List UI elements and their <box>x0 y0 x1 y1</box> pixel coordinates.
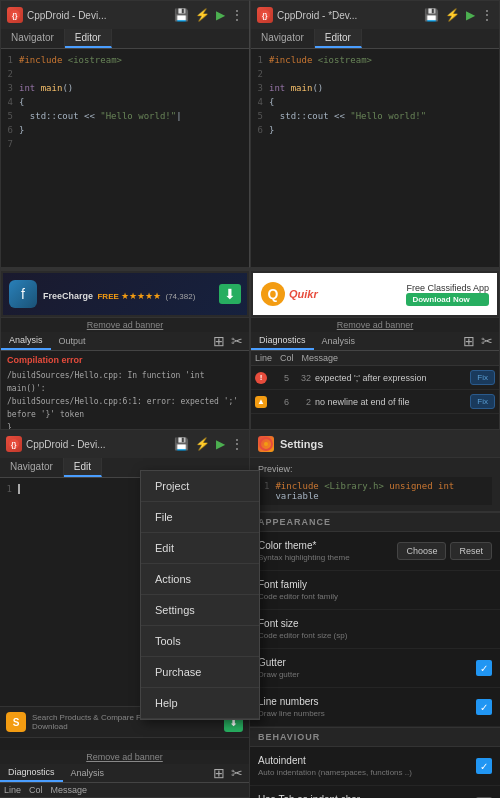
fix-btn-2[interactable]: Fix <box>470 394 495 409</box>
lightning-icon-left[interactable]: ⚡ <box>195 8 210 22</box>
choose-btn[interactable]: Choose <box>397 542 446 560</box>
diag-row-1: ! 5 32 expected ';' after expression Fix <box>251 366 499 390</box>
setting-gutter-name: Gutter <box>258 657 476 668</box>
menu-item-file[interactable]: File <box>141 502 259 533</box>
error-icon-1: ! <box>255 372 267 384</box>
tab-output-left[interactable]: Output <box>51 333 94 349</box>
col-col: Col <box>280 353 294 363</box>
save-icon-left[interactable]: 💾 <box>174 8 189 22</box>
reset-btn[interactable]: Reset <box>450 542 492 560</box>
more-icon-bottom[interactable]: ⋮ <box>231 437 243 451</box>
freechrg-ad: f FreeCharge FREE ★★★★★ (74,382) ⬇ <box>3 273 247 315</box>
freechrg-icon: f <box>9 280 37 308</box>
setting-line-numbers-desc: Draw line numbers <box>258 709 476 718</box>
tab-navigator-left[interactable]: Navigator <box>1 29 65 48</box>
code-content-left[interactable]: #include <iostream> int main() { std::co… <box>19 53 245 263</box>
setting-gutter: Gutter Draw gutter ✓ <box>250 649 500 688</box>
autoindent-checkbox[interactable]: ✓ <box>476 758 492 774</box>
bottom-tab-icons: ⊞ ✂ <box>213 765 249 781</box>
lightning-icon-bottom[interactable]: ⚡ <box>195 437 210 451</box>
top-right-toolbar: 💾 ⚡ ▶ ⋮ <box>424 8 493 22</box>
lightning-icon-right[interactable]: ⚡ <box>445 8 460 22</box>
setting-use-tab: Use Tab as indent char Check to use [Tab… <box>250 786 500 798</box>
bottom-left-titlebar: {} CppDroid - Devi... 💾 ⚡ ▶ ⋮ <box>0 430 249 458</box>
bottom-left-panel: {} CppDroid - Devi... 💾 ⚡ ▶ ⋮ Navigator … <box>0 430 250 798</box>
line-numbers-right: 123456 <box>255 53 269 263</box>
bottom-left-title: CppDroid - Devi... <box>26 439 170 450</box>
svg-text:{}: {} <box>11 441 17 449</box>
clip-icon-bottom[interactable]: ✂ <box>231 765 243 781</box>
setting-font-family: Font family Code editor font family <box>250 571 500 610</box>
menu-item-purchase[interactable]: Purchase <box>141 657 259 688</box>
tab-analysis-bottom[interactable]: Analysis <box>63 765 113 781</box>
clip-icon-right[interactable]: ✂ <box>481 333 493 349</box>
svg-point-7 <box>264 442 268 446</box>
tab-analysis-right[interactable]: Analysis <box>314 333 364 349</box>
tab-diagnostics-right[interactable]: Diagnostics <box>251 332 314 350</box>
tab-diagnostics-bottom[interactable]: Diagnostics <box>0 764 63 782</box>
diag-row-2: ▲ 6 2 no newline at end of file Fix <box>251 390 499 414</box>
tab-editor-right[interactable]: Editor <box>315 29 362 48</box>
setting-line-numbers-name: Line numbers <box>258 696 476 707</box>
remove-ad-right[interactable]: Remove ad banner <box>251 318 499 332</box>
fix-btn-1[interactable]: Fix <box>470 370 495 385</box>
menu-item-settings[interactable]: Settings <box>141 595 259 626</box>
setting-use-tab-left: Use Tab as indent char Check to use [Tab… <box>258 794 476 798</box>
settings-app-icon <box>258 436 274 452</box>
top-editors: {} CppDroid - Devi... 💾 ⚡ ▶ ⋮ Navigator … <box>0 0 500 270</box>
diag-msg-2: no newline at end of file <box>315 397 466 407</box>
diag-line-2: 6 <box>271 397 289 407</box>
remove-ad-bottom[interactable]: Remove ad banner <box>0 750 249 764</box>
preview-section: Preview: 1 #include <Library.h> unsigned… <box>250 458 500 512</box>
ad-strip-icon: S <box>6 712 26 732</box>
freechrg-download-icon[interactable]: ⬇ <box>219 284 241 304</box>
remove-ad-left[interactable]: Remove ad banner <box>1 318 249 332</box>
more-icon-right[interactable]: ⋮ <box>481 8 493 22</box>
setting-font-size-name: Font size <box>258 618 492 629</box>
setting-font-size: Font size Code editor font size (sp) <box>250 610 500 649</box>
setting-font-family-name: Font family <box>258 579 492 590</box>
setting-font-family-desc: Code editor font family <box>258 592 492 601</box>
tab-editor-left[interactable]: Editor <box>65 29 112 48</box>
play-icon-left[interactable]: ▶ <box>216 8 225 22</box>
save-icon-right[interactable]: 💾 <box>424 8 439 22</box>
quikr-ad: Q Quikr Free Classifieds App Download No… <box>253 273 497 315</box>
left-analysis-tabbar: Analysis Output ⊞ ✂ <box>1 332 249 351</box>
code-content-right[interactable]: #include <iostream> int main() { std::co… <box>269 53 495 263</box>
top-right-title: CppDroid - *Dev... <box>277 10 420 21</box>
tab-edit-bottom[interactable]: Edit <box>64 458 102 477</box>
clip-icon-left[interactable]: ✂ <box>231 333 243 349</box>
menu-item-project[interactable]: Project <box>141 471 259 502</box>
freechrg-ad-banner[interactable]: f FreeCharge FREE ★★★★★ (74,382) ⬇ <box>1 271 249 318</box>
tab-navigator-bottom[interactable]: Navigator <box>0 458 64 477</box>
more-icon-left[interactable]: ⋮ <box>231 8 243 22</box>
freechrg-rating: (74,382) <box>166 292 196 301</box>
bottom-col-message: Message <box>51 785 88 795</box>
quikr-ad-banner[interactable]: Q Quikr Free Classifieds App Download No… <box>251 271 499 318</box>
top-right-code: 123456 #include <iostream> int main() { … <box>251 49 499 267</box>
setting-gutter-left: Gutter Draw gutter <box>258 657 476 679</box>
diag-msg-1: expected ';' after expression <box>315 373 466 383</box>
grid-icon-bottom[interactable]: ⊞ <box>213 765 225 781</box>
settings-title: Settings <box>280 438 323 450</box>
setting-line-numbers-left: Line numbers Draw line numbers <box>258 696 476 718</box>
save-icon-bottom[interactable]: 💾 <box>174 437 189 451</box>
menu-item-actions[interactable]: Actions <box>141 564 259 595</box>
menu-item-edit[interactable]: Edit <box>141 533 259 564</box>
play-icon-right[interactable]: ▶ <box>466 8 475 22</box>
play-icon-bottom[interactable]: ▶ <box>216 437 225 451</box>
left-diag-panel: f FreeCharge FREE ★★★★★ (74,382) ⬇ Remov… <box>0 270 250 430</box>
menu-item-tools[interactable]: Tools <box>141 626 259 657</box>
svg-text:{}: {} <box>262 12 268 20</box>
line-numbers-checkbox[interactable]: ✓ <box>476 699 492 715</box>
grid-icon-right[interactable]: ⊞ <box>463 333 475 349</box>
tab-navigator-right[interactable]: Navigator <box>251 29 315 48</box>
compilation-content: Compilation error /buildSources/Hello.cp… <box>1 351 249 429</box>
diag-table-header: Line Col Message <box>251 351 499 366</box>
tab-analysis-left[interactable]: Analysis <box>1 332 51 350</box>
preview-line-num: 1 <box>264 481 269 501</box>
menu-item-help[interactable]: Help <box>141 688 259 719</box>
gutter-checkbox[interactable]: ✓ <box>476 660 492 676</box>
quikr-download-btn[interactable]: Download Now <box>406 293 489 306</box>
grid-icon-left[interactable]: ⊞ <box>213 333 225 349</box>
